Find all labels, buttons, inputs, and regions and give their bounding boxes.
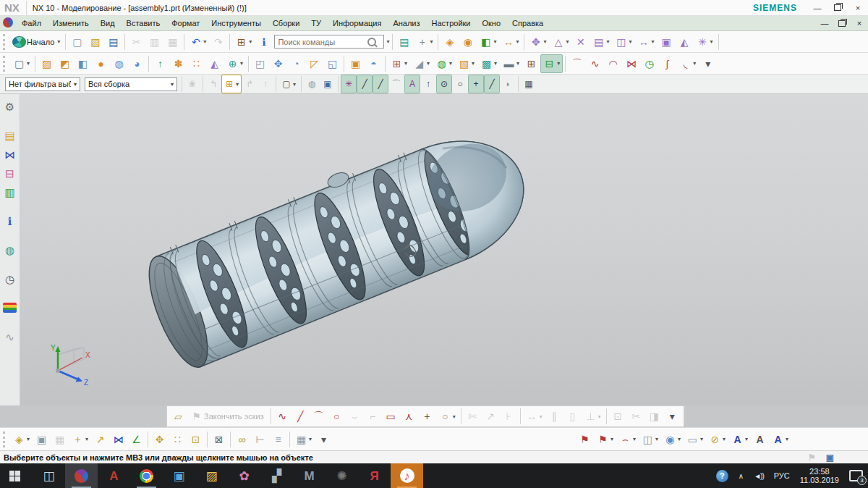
paste-button[interactable]: ▦	[163, 33, 182, 51]
taskbar-clock[interactable]: 23:58 11.03.2019	[795, 463, 844, 488]
menu-pmi[interactable]: ТУ	[305, 17, 327, 30]
assembly-constraints-tool-button[interactable]: ⋈	[109, 430, 127, 449]
shaded-preview-button[interactable]: ▣	[320, 75, 336, 93]
3d-model-canvas[interactable]	[20, 94, 868, 405]
through-curves-button[interactable]: ⌒	[568, 54, 586, 73]
make-unique-button[interactable]: ⊡	[187, 430, 205, 449]
toolbar-grip[interactable]	[3, 56, 7, 72]
rectangle-button[interactable]: ▭	[382, 407, 400, 426]
photo-viewer-button[interactable]: ▞	[260, 463, 293, 488]
studio-spline-button[interactable]: ⋏	[400, 407, 418, 426]
yandex-browser-button[interactable]: Я	[358, 463, 391, 488]
freeform-surface-button[interactable]: ∫	[658, 54, 676, 73]
notifications-button[interactable]: 3	[844, 463, 868, 488]
shaded-with-edges-button[interactable]: ◧	[74, 54, 92, 73]
menu-file[interactable]: Файл	[16, 17, 47, 30]
snap-view-button[interactable]: ◩	[56, 54, 74, 73]
graphics-editor-button[interactable]: ✿	[228, 463, 260, 488]
mirror-display-button[interactable]: ◭	[205, 54, 224, 73]
start-button-button[interactable]	[0, 463, 33, 488]
pan-view-button[interactable]: ✥	[269, 54, 287, 73]
swept-surface-button[interactable]: ∿	[586, 54, 604, 73]
toolbar-grip[interactable]	[3, 432, 7, 447]
language-indicator[interactable]: РУС	[769, 463, 795, 488]
datum-csys-button[interactable]: +▾	[413, 33, 435, 51]
menu-format[interactable]: Формат	[166, 17, 205, 30]
menu-window[interactable]: Окно	[476, 17, 506, 30]
window-display-button[interactable]: ⊞▾	[388, 54, 410, 73]
command-finder-button[interactable]: ℹ	[255, 33, 273, 51]
show-view-triad-button[interactable]: ⊞	[522, 54, 540, 73]
mirror-assembly-button[interactable]: ◫▾	[639, 430, 661, 449]
assembly-model[interactable]	[134, 109, 542, 374]
part-navigator-button[interactable]: ⊟	[1, 164, 19, 182]
layer-visible-in-view-button[interactable]: ▣	[346, 54, 365, 73]
display-sketch-constraints-button[interactable]: ▯	[563, 407, 582, 426]
exploded-views-button[interactable]: ⊠	[210, 430, 228, 449]
show-degrees-of-freedom-button[interactable]: ∠	[127, 430, 145, 449]
class-selection-button[interactable]: ❀	[184, 75, 200, 93]
task-view-button[interactable]: ◫	[33, 463, 65, 488]
arc-button[interactable]: ⌒	[310, 407, 328, 426]
show-component-flag-button[interactable]: ⚑	[576, 430, 594, 449]
shaded-view-button[interactable]: ●	[92, 54, 110, 73]
sketch-task-environment-button[interactable]: ▱	[169, 407, 187, 426]
start-menu-button[interactable]: Начало▾	[10, 33, 63, 51]
move-component-tool-button[interactable]: ↗	[91, 430, 109, 449]
chevron-down-icon[interactable]: ▾	[386, 38, 389, 45]
raise-panel-button[interactable]: ↑	[151, 54, 169, 73]
pattern-component-tool-button[interactable]: ∷	[169, 430, 187, 449]
save-button[interactable]: ▤	[104, 33, 122, 51]
file-explorer-button[interactable]: ▨	[195, 463, 228, 488]
weld-assistant-button[interactable]: ⌢▾	[616, 430, 639, 449]
reuse-library-button[interactable]: ▥	[1, 183, 19, 201]
doc-minimize-button[interactable]: —	[816, 16, 833, 30]
component-information-button[interactable]: ≡	[269, 430, 287, 449]
work-plane-button[interactable]: ◈	[441, 33, 459, 51]
maximize-view-button[interactable]: ⊟▾	[540, 54, 563, 73]
add-component-button[interactable]: +▾	[69, 430, 91, 449]
snap-quadrant-button[interactable]: ○	[452, 75, 468, 93]
doc-restore-button[interactable]	[833, 16, 851, 30]
sphere-tool-button[interactable]: ◉	[459, 33, 477, 51]
make-corner-button[interactable]: ⊦	[500, 407, 518, 426]
toolbar-overflow-button[interactable]: ▾	[699, 54, 717, 73]
app-menu-button[interactable]	[3, 17, 13, 29]
move-component-button[interactable]: ✥▾	[527, 33, 549, 51]
sheet-view-button[interactable]: ◱	[323, 54, 341, 73]
find-text-button[interactable]: A	[751, 430, 769, 449]
scope-filter-select[interactable]: Вся сборка▾	[85, 77, 177, 91]
menu-information[interactable]: Информация	[327, 17, 387, 30]
arrangements-button[interactable]: ▣	[658, 33, 676, 51]
move-up-assembly-button[interactable]: ↱	[242, 75, 258, 93]
grid-snap-button[interactable]: ▦	[521, 75, 537, 93]
snap-endpoint-button[interactable]: ╱	[357, 75, 373, 93]
menu-help[interactable]: Справка	[506, 17, 549, 30]
restore-button[interactable]	[827, 0, 848, 15]
menu-insert[interactable]: Вставить	[121, 17, 166, 30]
visual-effects-button[interactable]: ▩▾	[477, 54, 500, 73]
redo-button[interactable]: ↷	[209, 33, 227, 51]
autocad-button[interactable]: A	[98, 463, 130, 488]
open-component-button[interactable]: ▣	[33, 430, 51, 449]
annotation-text-button[interactable]: A▾	[728, 430, 751, 449]
rotate-view-button[interactable]: ◰	[251, 54, 269, 73]
line-button[interactable]: ╱	[292, 407, 310, 426]
circle-button[interactable]: ○	[328, 407, 346, 426]
resource-splitter-button[interactable]: ∿	[1, 328, 19, 345]
replace-component-button[interactable]: ◫▾	[612, 33, 634, 51]
menu-analysis[interactable]: Анализ	[387, 17, 425, 30]
component-properties-button[interactable]: ▤▾	[590, 33, 612, 51]
rapid-dimension-button[interactable]: ↔▾	[523, 407, 545, 426]
surface-on-mesh-button[interactable]: ◠	[604, 54, 622, 73]
component-preview-button[interactable]: ▦	[51, 430, 69, 449]
finish-flag-status-button[interactable]: ⚑	[803, 448, 821, 467]
eraser-tool-button[interactable]: ▭▾	[684, 430, 706, 449]
quick-extend-button[interactable]: ↗	[482, 407, 500, 426]
component-position-button[interactable]: ↔▾	[635, 33, 658, 51]
fillet-button[interactable]: ⌣	[346, 407, 364, 426]
measure-tool-button[interactable]: ↔▾	[499, 33, 522, 51]
sheet-surface-button[interactable]: ◟▾	[676, 54, 699, 73]
type-filter-select[interactable]: Нет фильтра выб▾	[5, 77, 80, 91]
find-component-button[interactable]: ◈▾	[10, 430, 33, 449]
